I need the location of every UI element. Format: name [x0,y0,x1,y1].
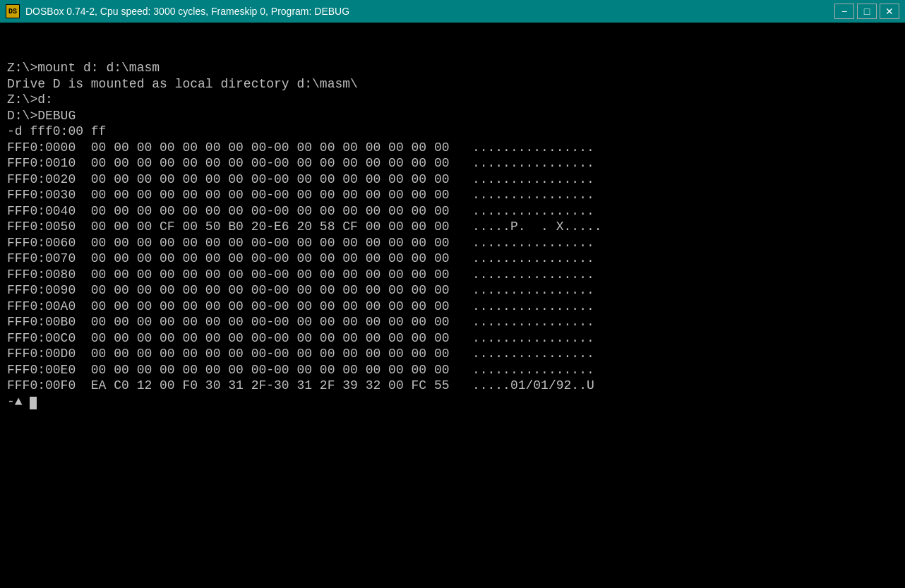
terminal-line: Z:\>d: [7,92,898,108]
terminal-line: FFF0:0040 00 00 00 00 00 00 00 00-00 00 … [7,203,898,220]
minimize-button[interactable]: − [834,4,854,19]
terminal-line: FFF0:0010 00 00 00 00 00 00 00 00-00 00 … [7,155,898,172]
title-bar: DS DOSBox 0.74-2, Cpu speed: 3000 cycles… [0,0,905,23]
terminal-line: FFF0:00F0 EA C0 12 00 F0 30 31 2F-30 31 … [7,378,898,394]
terminal-line: FFF0:0020 00 00 00 00 00 00 00 00-00 00 … [7,172,898,188]
window-title: DOSBox 0.74-2, Cpu speed: 3000 cycles, F… [25,6,349,17]
terminal-line: FFF0:0090 00 00 00 00 00 00 00 00-00 00 … [7,282,898,299]
terminal-line: D:\>DEBUG [7,108,898,124]
terminal-line: FFF0:0000 00 00 00 00 00 00 00 00-00 00 … [7,140,898,156]
dosbox-icon: DS [6,4,20,18]
terminal-line: FFF0:00B0 00 00 00 00 00 00 00 00-00 00 … [7,314,898,330]
terminal-line: -d fff0:00 ff [7,124,898,140]
terminal-line: FFF0:0070 00 00 00 00 00 00 00 00-00 00 … [7,251,898,267]
terminal-line: -▲ [7,394,898,410]
terminal-line: FFF0:00C0 00 00 00 00 00 00 00 00-00 00 … [7,330,898,347]
cursor [30,397,37,409]
title-bar-left: DS DOSBox 0.74-2, Cpu speed: 3000 cycles… [6,4,349,18]
terminal-line: FFF0:0080 00 00 00 00 00 00 00 00-00 00 … [7,267,898,283]
terminal-line: FFF0:00A0 00 00 00 00 00 00 00 00-00 00 … [7,299,898,315]
terminal-line: FFF0:0060 00 00 00 00 00 00 00 00-00 00 … [7,235,898,251]
terminal-line: FFF0:0030 00 00 00 00 00 00 00 00-00 00 … [7,187,898,203]
terminal-line: Drive D is mounted as local directory d:… [7,76,898,92]
window: DS DOSBox 0.74-2, Cpu speed: 3000 cycles… [0,0,905,588]
terminal-line: FFF0:0050 00 00 00 CF 00 50 B0 20-E6 20 … [7,219,898,235]
maximize-button[interactable]: □ [857,4,877,19]
icon-text: DS [8,8,17,16]
terminal-line: Z:\>mount d: d:\masm [7,60,898,76]
terminal-screen: Z:\>mount d: d:\masmDrive D is mounted a… [0,23,905,588]
terminal-line: FFF0:00E0 00 00 00 00 00 00 00 00-00 00 … [7,362,898,378]
window-controls: − □ ✕ [834,4,899,19]
terminal-line: FFF0:00D0 00 00 00 00 00 00 00 00-00 00 … [7,346,898,362]
close-button[interactable]: ✕ [880,4,899,19]
